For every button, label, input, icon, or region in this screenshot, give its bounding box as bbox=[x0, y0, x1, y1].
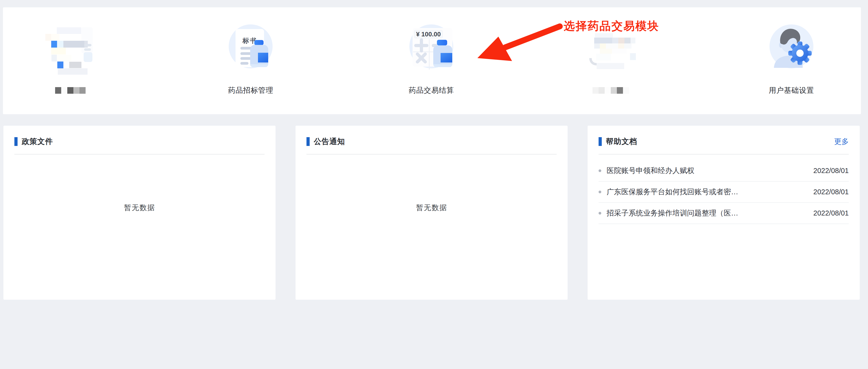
list-item[interactable]: 广东医保服务平台如何找回账号或者密… 2022/08/01 bbox=[598, 181, 849, 203]
bullet-icon bbox=[598, 169, 601, 172]
accent-bar bbox=[14, 137, 18, 146]
card-title: 公告通知 bbox=[314, 136, 345, 147]
item-title: 医院账号申领和经办人赋权 bbox=[607, 166, 806, 176]
redacted-module-label bbox=[592, 86, 629, 95]
accent-bar bbox=[307, 137, 310, 146]
module-label: 药品交易结算 bbox=[409, 86, 454, 95]
module-tile-drug-settlement[interactable]: ¥ 100.00 药品交易结算 bbox=[388, 24, 475, 95]
home-page: 标书 药品招标管理 ¥ 10 bbox=[0, 0, 868, 369]
policy-files-card: 政策文件 暂无数据 bbox=[3, 126, 276, 300]
item-title: 招采子系统业务操作培训问题整理（医… bbox=[607, 208, 806, 218]
user-gear-icon bbox=[770, 24, 813, 68]
bid-document-bottle-icon: 标书 bbox=[229, 24, 273, 68]
card-title: 政策文件 bbox=[22, 136, 53, 147]
accent-bar bbox=[598, 137, 602, 146]
bullet-icon bbox=[598, 212, 601, 215]
annotation-text: 选择药品交易模块 bbox=[564, 19, 659, 34]
announcements-card: 公告通知 暂无数据 bbox=[296, 126, 568, 300]
calculator-bottle-icon: ¥ 100.00 bbox=[409, 24, 453, 68]
module-band: 标书 药品招标管理 ¥ 10 bbox=[3, 7, 861, 114]
module-label: 用户基础设置 bbox=[769, 86, 814, 95]
module-tile-user-settings[interactable]: 用户基础设置 bbox=[748, 24, 835, 95]
redacted-module-label bbox=[55, 86, 86, 95]
card-title: 帮助文档 bbox=[606, 136, 637, 147]
module-tile-drug-bidding[interactable]: 标书 药品招标管理 bbox=[207, 24, 294, 95]
help-doc-list: 医院账号申领和经办人赋权 2022/08/01 广东医保服务平台如何找回账号或者… bbox=[598, 160, 849, 224]
more-link[interactable]: 更多 bbox=[834, 137, 849, 147]
item-title: 广东医保服务平台如何找回账号或者密… bbox=[607, 187, 806, 197]
item-date: 2022/08/01 bbox=[813, 209, 849, 217]
help-docs-card: 帮助文档 更多 医院账号申领和经办人赋权 2022/08/01 广东医保服务平台… bbox=[588, 126, 860, 300]
list-item[interactable]: 招采子系统业务操作培训问题整理（医… 2022/08/01 bbox=[598, 203, 849, 224]
price-display: ¥ 100.00 bbox=[414, 30, 443, 38]
module-tile-redacted-2[interactable] bbox=[567, 24, 655, 95]
module-label: 药品招标管理 bbox=[228, 86, 273, 95]
empty-placeholder: 暂无数据 bbox=[3, 203, 276, 213]
cards-row: 政策文件 暂无数据 公告通知 暂无数据 帮助文档 更多 医院账号申领和经办人赋权 bbox=[3, 126, 860, 300]
module-tile-redacted-1[interactable] bbox=[26, 24, 114, 95]
item-date: 2022/08/01 bbox=[813, 167, 849, 175]
bullet-icon bbox=[598, 191, 601, 193]
item-date: 2022/08/01 bbox=[813, 188, 849, 196]
redacted-mosaic-icon bbox=[48, 24, 92, 68]
empty-placeholder: 暂无数据 bbox=[296, 203, 568, 213]
list-item[interactable]: 医院账号申领和经办人赋权 2022/08/01 bbox=[598, 160, 849, 181]
